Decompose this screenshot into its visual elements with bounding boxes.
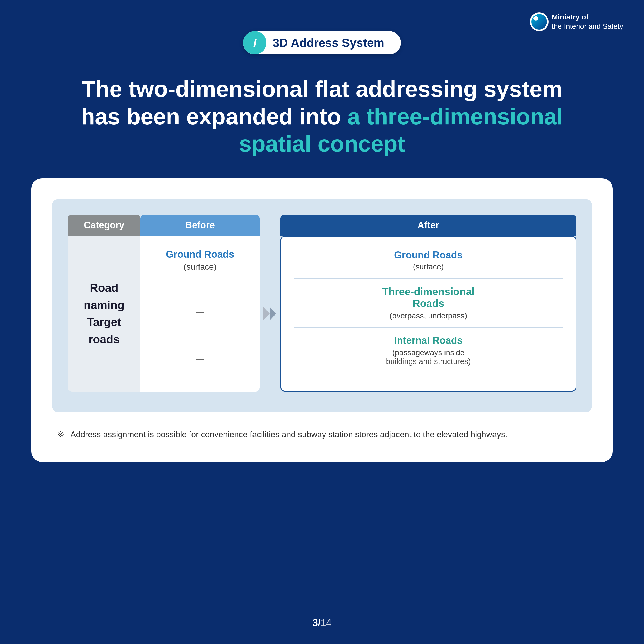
- double-arrow-icon: [261, 305, 279, 323]
- after-surface: (surface): [294, 262, 563, 271]
- after-internal-roads: Internal Roads: [294, 335, 563, 346]
- cell-arrow: [260, 236, 280, 392]
- page-container: Ministry of the Interior and Safety I 3D…: [0, 0, 644, 644]
- col-header-after: After: [280, 215, 576, 236]
- cell-category: RoadnamingTargetroads: [68, 236, 140, 392]
- table-area: Category Before After RoadnamingTargetro…: [52, 199, 592, 412]
- before-ground-roads: Ground Roads: [166, 249, 234, 260]
- note-content: Address assignment is possible for conve…: [70, 430, 508, 439]
- section-badge: I 3D Address System: [243, 31, 401, 54]
- after-divider1: [294, 278, 563, 279]
- heading-line1: The two-dimensional flat addressing syst…: [81, 75, 563, 103]
- svg-marker-0: [263, 307, 270, 321]
- note-area: ※ Address assignment is possible for con…: [52, 428, 592, 441]
- section-badge-wrapper: I 3D Address System: [243, 31, 401, 54]
- after-passageways: (passageways insidebuildings and structu…: [294, 348, 563, 366]
- logo-emblem: [531, 14, 547, 30]
- heading-line3: spatial concept: [81, 130, 563, 157]
- before-surface: (surface): [184, 262, 216, 272]
- page-indicator: 3/14: [312, 617, 332, 628]
- logo-circle: [530, 12, 549, 31]
- main-heading: The two-dimensional flat addressing syst…: [50, 75, 594, 157]
- cell-after: Ground Roads (surface) Three-dimensional…: [280, 236, 576, 392]
- page-total: 14: [321, 617, 332, 628]
- before-dash2: –: [196, 350, 204, 366]
- after-3d-roads: Three-dimensionalRoads: [294, 286, 563, 309]
- col-header-before: Before: [140, 215, 260, 236]
- category-text: RoadnamingTargetroads: [84, 279, 124, 348]
- badge-icon: I: [243, 31, 266, 54]
- before-dash1: –: [196, 303, 204, 319]
- heading-highlight: a three-dimensional: [347, 104, 563, 129]
- heading-line2: has been expanded into a three-dimension…: [81, 103, 563, 130]
- table-body: RoadnamingTargetroads Ground Roads (surf…: [68, 236, 576, 392]
- svg-marker-1: [270, 307, 276, 321]
- after-ground-roads: Ground Roads: [294, 250, 563, 261]
- col-header-category: Category: [68, 215, 140, 236]
- page-separator: /: [318, 617, 321, 628]
- after-divider2: [294, 327, 563, 328]
- logo-line2: the Interior and Safety: [552, 22, 623, 31]
- logo-area: Ministry of the Interior and Safety: [530, 12, 623, 31]
- badge-label: 3D Address System: [266, 31, 390, 54]
- note-symbol: ※: [57, 430, 64, 439]
- cell-before: Ground Roads (surface) – –: [140, 236, 260, 392]
- note-text: ※ Address assignment is possible for con…: [57, 428, 587, 441]
- heading-line2-prefix: has been expanded into: [81, 104, 347, 129]
- content-card: Category Before After RoadnamingTargetro…: [31, 178, 613, 462]
- page-current: 3: [312, 617, 318, 628]
- after-overpass: (overpass, underpass): [294, 311, 563, 320]
- table-headers: Category Before After: [68, 215, 576, 236]
- logo-text: Ministry of the Interior and Safety: [552, 12, 623, 31]
- logo-line1: Ministry of: [552, 12, 623, 22]
